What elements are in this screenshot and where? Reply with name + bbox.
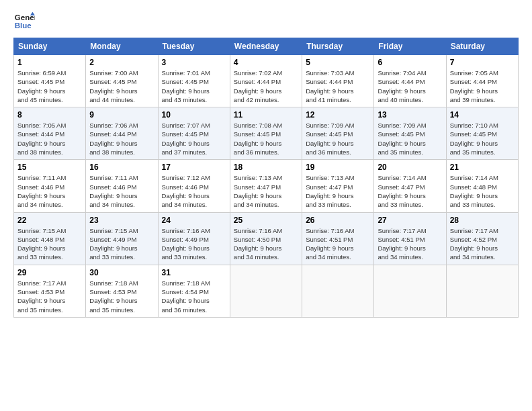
day-number: 5 bbox=[306, 58, 370, 67]
calendar-day-cell bbox=[446, 265, 518, 317]
day-number: 14 bbox=[450, 110, 515, 120]
weekday-header-cell: Wednesday bbox=[230, 38, 302, 55]
calendar-week-row: 22Sunrise: 7:15 AM Sunset: 4:48 PM Dayli… bbox=[14, 212, 519, 265]
day-number: 23 bbox=[89, 216, 154, 225]
day-number: 13 bbox=[378, 110, 442, 120]
day-info: Sunrise: 7:12 AM Sunset: 4:46 PM Dayligh… bbox=[162, 173, 226, 209]
calendar-day-cell: 23Sunrise: 7:15 AM Sunset: 4:49 PM Dayli… bbox=[86, 212, 158, 265]
calendar-day-cell: 10Sunrise: 7:07 AM Sunset: 4:45 PM Dayli… bbox=[158, 107, 230, 160]
calendar-day-cell: 8Sunrise: 7:05 AM Sunset: 4:44 PM Daylig… bbox=[14, 107, 86, 160]
calendar-day-cell: 25Sunrise: 7:16 AM Sunset: 4:50 PM Dayli… bbox=[230, 212, 302, 265]
calendar-day-cell: 27Sunrise: 7:17 AM Sunset: 4:51 PM Dayli… bbox=[374, 212, 446, 265]
weekday-header-cell: Tuesday bbox=[158, 38, 230, 55]
day-number: 25 bbox=[234, 216, 298, 225]
calendar-day-cell: 16Sunrise: 7:11 AM Sunset: 4:46 PM Dayli… bbox=[86, 160, 158, 212]
day-info: Sunrise: 7:15 AM Sunset: 4:49 PM Dayligh… bbox=[89, 226, 154, 262]
header: General Blue bbox=[13, 11, 519, 32]
calendar-day-cell: 6Sunrise: 7:04 AM Sunset: 4:44 PM Daylig… bbox=[374, 55, 446, 107]
day-number: 24 bbox=[162, 216, 226, 225]
day-info: Sunrise: 7:08 AM Sunset: 4:45 PM Dayligh… bbox=[234, 121, 298, 156]
calendar-day-cell: 14Sunrise: 7:10 AM Sunset: 4:45 PM Dayli… bbox=[446, 107, 518, 160]
day-number: 17 bbox=[162, 163, 226, 172]
day-info: Sunrise: 7:01 AM Sunset: 4:45 PM Dayligh… bbox=[162, 68, 226, 104]
calendar-day-cell: 30Sunrise: 7:18 AM Sunset: 4:53 PM Dayli… bbox=[86, 265, 158, 317]
day-info: Sunrise: 7:13 AM Sunset: 4:47 PM Dayligh… bbox=[306, 173, 370, 209]
calendar-day-cell bbox=[302, 265, 374, 317]
logo: General Blue bbox=[13, 11, 35, 32]
calendar-day-cell: 2Sunrise: 7:00 AM Sunset: 4:45 PM Daylig… bbox=[86, 55, 158, 107]
weekday-header-cell: Thursday bbox=[302, 38, 374, 55]
day-info: Sunrise: 7:05 AM Sunset: 4:44 PM Dayligh… bbox=[17, 121, 82, 156]
day-number: 8 bbox=[17, 110, 82, 120]
day-number: 16 bbox=[89, 163, 154, 172]
day-info: Sunrise: 7:14 AM Sunset: 4:47 PM Dayligh… bbox=[378, 173, 442, 209]
day-info: Sunrise: 7:15 AM Sunset: 4:48 PM Dayligh… bbox=[17, 226, 82, 262]
day-number: 19 bbox=[306, 163, 370, 172]
calendar-day-cell: 7Sunrise: 7:05 AM Sunset: 4:44 PM Daylig… bbox=[446, 55, 518, 107]
day-number: 18 bbox=[234, 163, 298, 172]
day-info: Sunrise: 7:16 AM Sunset: 4:50 PM Dayligh… bbox=[234, 226, 298, 262]
day-number: 2 bbox=[89, 58, 154, 67]
day-info: Sunrise: 7:14 AM Sunset: 4:48 PM Dayligh… bbox=[450, 173, 515, 209]
calendar-day-cell: 22Sunrise: 7:15 AM Sunset: 4:48 PM Dayli… bbox=[14, 212, 86, 265]
day-info: Sunrise: 6:59 AM Sunset: 4:45 PM Dayligh… bbox=[17, 68, 82, 104]
day-info: Sunrise: 7:00 AM Sunset: 4:45 PM Dayligh… bbox=[89, 68, 154, 104]
day-info: Sunrise: 7:03 AM Sunset: 4:44 PM Dayligh… bbox=[306, 68, 370, 104]
day-number: 31 bbox=[162, 268, 226, 277]
day-number: 4 bbox=[234, 58, 298, 67]
day-info: Sunrise: 7:09 AM Sunset: 4:45 PM Dayligh… bbox=[306, 121, 370, 156]
weekday-header-cell: Sunday bbox=[14, 38, 86, 55]
calendar-day-cell: 20Sunrise: 7:14 AM Sunset: 4:47 PM Dayli… bbox=[374, 160, 446, 212]
day-info: Sunrise: 7:07 AM Sunset: 4:45 PM Dayligh… bbox=[162, 121, 226, 156]
calendar-day-cell bbox=[374, 265, 446, 317]
day-info: Sunrise: 7:05 AM Sunset: 4:44 PM Dayligh… bbox=[450, 68, 515, 104]
day-number: 9 bbox=[89, 110, 154, 120]
day-number: 7 bbox=[450, 58, 515, 67]
day-info: Sunrise: 7:09 AM Sunset: 4:45 PM Dayligh… bbox=[378, 121, 442, 156]
day-number: 11 bbox=[234, 110, 298, 120]
day-info: Sunrise: 7:18 AM Sunset: 4:54 PM Dayligh… bbox=[162, 279, 226, 314]
day-number: 12 bbox=[306, 110, 370, 120]
calendar-day-cell: 4Sunrise: 7:02 AM Sunset: 4:44 PM Daylig… bbox=[230, 55, 302, 107]
day-number: 28 bbox=[450, 216, 515, 225]
day-info: Sunrise: 7:04 AM Sunset: 4:44 PM Dayligh… bbox=[378, 68, 442, 104]
calendar-day-cell: 29Sunrise: 7:17 AM Sunset: 4:53 PM Dayli… bbox=[14, 265, 86, 317]
day-info: Sunrise: 7:18 AM Sunset: 4:53 PM Dayligh… bbox=[89, 279, 154, 314]
calendar-day-cell bbox=[230, 265, 302, 317]
day-number: 20 bbox=[378, 163, 442, 172]
calendar-week-row: 15Sunrise: 7:11 AM Sunset: 4:46 PM Dayli… bbox=[14, 160, 519, 212]
day-number: 22 bbox=[17, 216, 82, 225]
day-info: Sunrise: 7:17 AM Sunset: 4:52 PM Dayligh… bbox=[450, 226, 515, 262]
day-number: 26 bbox=[306, 216, 370, 225]
day-info: Sunrise: 7:13 AM Sunset: 4:47 PM Dayligh… bbox=[234, 173, 298, 209]
calendar-day-cell: 31Sunrise: 7:18 AM Sunset: 4:54 PM Dayli… bbox=[158, 265, 230, 317]
day-number: 3 bbox=[162, 58, 226, 67]
logo-icon: General Blue bbox=[13, 11, 35, 32]
day-number: 27 bbox=[378, 216, 442, 225]
calendar-table: SundayMondayTuesdayWednesdayThursdayFrid… bbox=[13, 38, 519, 318]
day-number: 1 bbox=[17, 58, 82, 67]
calendar-day-cell: 15Sunrise: 7:11 AM Sunset: 4:46 PM Dayli… bbox=[14, 160, 86, 212]
weekday-header-row: SundayMondayTuesdayWednesdayThursdayFrid… bbox=[14, 38, 519, 55]
calendar-day-cell: 3Sunrise: 7:01 AM Sunset: 4:45 PM Daylig… bbox=[158, 55, 230, 107]
day-info: Sunrise: 7:16 AM Sunset: 4:51 PM Dayligh… bbox=[306, 226, 370, 262]
calendar-day-cell: 12Sunrise: 7:09 AM Sunset: 4:45 PM Dayli… bbox=[302, 107, 374, 160]
day-number: 6 bbox=[378, 58, 442, 67]
calendar-day-cell: 17Sunrise: 7:12 AM Sunset: 4:46 PM Dayli… bbox=[158, 160, 230, 212]
weekday-header-cell: Monday bbox=[86, 38, 158, 55]
calendar-day-cell: 1Sunrise: 6:59 AM Sunset: 4:45 PM Daylig… bbox=[14, 55, 86, 107]
day-info: Sunrise: 7:06 AM Sunset: 4:44 PM Dayligh… bbox=[89, 121, 154, 156]
day-info: Sunrise: 7:11 AM Sunset: 4:46 PM Dayligh… bbox=[89, 173, 154, 209]
calendar-day-cell: 9Sunrise: 7:06 AM Sunset: 4:44 PM Daylig… bbox=[86, 107, 158, 160]
calendar-week-row: 29Sunrise: 7:17 AM Sunset: 4:53 PM Dayli… bbox=[14, 265, 519, 317]
calendar-week-row: 8Sunrise: 7:05 AM Sunset: 4:44 PM Daylig… bbox=[14, 107, 519, 160]
day-number: 15 bbox=[17, 163, 82, 172]
day-info: Sunrise: 7:17 AM Sunset: 4:53 PM Dayligh… bbox=[17, 279, 82, 314]
day-info: Sunrise: 7:02 AM Sunset: 4:44 PM Dayligh… bbox=[234, 68, 298, 104]
day-info: Sunrise: 7:17 AM Sunset: 4:51 PM Dayligh… bbox=[378, 226, 442, 262]
calendar-day-cell: 18Sunrise: 7:13 AM Sunset: 4:47 PM Dayli… bbox=[230, 160, 302, 212]
weekday-header-cell: Friday bbox=[374, 38, 446, 55]
day-info: Sunrise: 7:10 AM Sunset: 4:45 PM Dayligh… bbox=[450, 121, 515, 156]
calendar-day-cell: 24Sunrise: 7:16 AM Sunset: 4:49 PM Dayli… bbox=[158, 212, 230, 265]
day-number: 30 bbox=[89, 268, 154, 277]
